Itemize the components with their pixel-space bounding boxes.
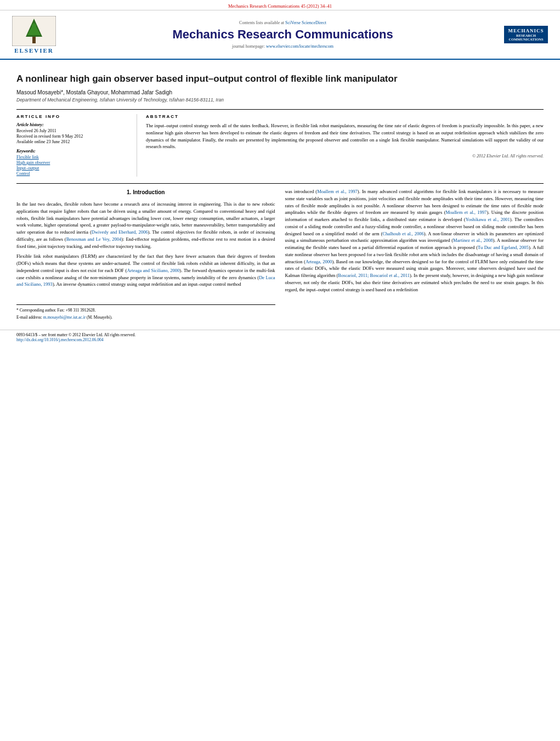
doi-text: http://dx.doi.org/10.1016/j.mechrescom.2… [16, 337, 544, 342]
abstract-col: ABSTRACT The input–output control strate… [146, 114, 544, 177]
keywords-section: Keywords: Flexible link High gain observ… [16, 149, 130, 176]
elsevier-logo: ELSEVIER [7, 16, 61, 54]
ref-moallem97[interactable]: Moallem et al., 1997 [317, 189, 358, 194]
article-authors: Masoud Mosayebi*, Mostafa Ghayour, Moham… [16, 89, 544, 95]
journal-title: Mechanics Research Communications [67, 27, 499, 42]
journal-homepage: journal homepage: www.elsevier.com/locat… [67, 44, 499, 49]
mechanics-badge: MECHANICS RESEARCH COMMUNICATIONS [504, 26, 548, 43]
article-meta-section: ARTICLE INFO Article history: Received 2… [16, 109, 544, 177]
abstract-text: The input–output control strategy needs … [146, 122, 544, 150]
svg-point-4 [32, 24, 36, 28]
keyword-4[interactable]: Control [16, 171, 130, 176]
keyword-2[interactable]: High gain observer [16, 160, 130, 165]
journal-header: ELSEVIER Contents lists available at Sci… [0, 10, 560, 60]
ref-martinez[interactable]: Martinez et al., 2008 [453, 237, 493, 243]
ref-benosman[interactable]: Benosman and Le Vey, 2004 [66, 236, 122, 242]
article-title: A nonlinear high gain observer based inp… [16, 73, 544, 85]
ref-tuduc[interactable]: Tu Duc and Egeland, 2005 [478, 245, 529, 250]
journal-center: Contents lists available at SciVerse Sci… [67, 20, 499, 49]
history-label: Article history: [16, 122, 130, 127]
body-columns: 1. Introduction In the last two decades,… [16, 188, 544, 322]
article-info-col: ARTICLE INFO Article history: Received 2… [16, 114, 137, 177]
intro-para-1: In the last two decades, flexible robots… [16, 201, 275, 250]
elsevier-tree-icon [12, 16, 56, 46]
email-footnote: E-mail address: m.mosayebi@me.iut.ac.ir … [16, 314, 275, 320]
intro-title: 1. Introduction [16, 188, 275, 196]
right-para-1: was introduced (Moallem et al., 1997). I… [285, 188, 544, 293]
body-col-left: 1. Introduction In the last two decades,… [16, 188, 275, 322]
homepage-link[interactable]: www.elsevier.com/locate/mechrescom [266, 44, 333, 49]
email-author: (M. Mosayebi). [87, 315, 112, 320]
badge-line2: RESEARCH [516, 33, 536, 37]
bottom-bar: 0093-6413/$ – see front matter © 2012 El… [0, 330, 560, 344]
intro-para-2: Flexible link robot manipulators (FLRM) … [16, 253, 275, 288]
ref-moallem97b[interactable]: Moallem et al., 1997 [446, 210, 487, 215]
received-date: Received 26 July 2011 [16, 128, 130, 133]
issn-text: 0093-6413/$ – see front matter © 2012 El… [16, 332, 544, 337]
doi-link[interactable]: http://dx.doi.org/10.1016/j.mechrescom.2… [16, 337, 103, 342]
homepage-label: journal homepage: [232, 44, 266, 49]
email-link[interactable]: m.mosayebi@me.iut.ac.ir [43, 315, 86, 320]
sciverse-link: Contents lists available at SciVerse Sci… [67, 20, 499, 25]
elsevier-text: ELSEVIER [14, 47, 54, 54]
keywords-label: Keywords: [16, 149, 130, 154]
received-revised-date: Received in revised form 9 May 2012 [16, 134, 130, 139]
email-label: E-mail address: [16, 315, 43, 320]
content-area: A nonlinear high gain observer based inp… [0, 60, 560, 327]
ref-chalhoub[interactable]: Chalhoub et al., 2006 [382, 231, 424, 236]
badge-line1: MECHANICS [505, 28, 547, 33]
article-affiliation: Department of Mechanical Engineering, Is… [16, 97, 544, 103]
keyword-3[interactable]: Input–output [16, 166, 130, 171]
svg-rect-1 [32, 37, 36, 43]
ref-deluca[interactable]: De Luca and Siciliano, 1993 [16, 275, 275, 287]
copyright-line: © 2012 Elsevier Ltd. All rights reserved… [146, 154, 544, 159]
article-info-heading: ARTICLE INFO [16, 114, 130, 119]
footnotes: * Corresponding author. Fax: +98 311 391… [16, 304, 275, 321]
journal-reference: Mechanics Research Communications 45 (20… [228, 3, 332, 9]
page: Mechanics Research Communications 45 (20… [0, 0, 560, 741]
sciverse-anchor[interactable]: SciVerse ScienceDirect [285, 20, 326, 25]
top-bar: Mechanics Research Communications 45 (20… [0, 0, 560, 10]
journal-logo-right: MECHANICS RESEARCH COMMUNICATIONS [504, 26, 553, 43]
ref-boscariol[interactable]: Boscariol, 2011; Boscariol et al., 2011 [338, 273, 410, 278]
ref-arteaga[interactable]: Arteaga and Siciliano, 2000 [127, 268, 179, 273]
available-date: Available online 23 June 2012 [16, 139, 130, 144]
corresponding-footnote: * Corresponding author. Fax: +98 311 391… [16, 307, 275, 313]
sciverse-text: Contents lists available at [239, 20, 285, 25]
ref-arteaga2000[interactable]: Arteaga, 2000 [306, 259, 332, 264]
ref-yoshikawa[interactable]: Yoshikawa et al., 2001 [466, 217, 510, 222]
ref-dwivedy[interactable]: Dwivedy and Eberhard, 2006 [92, 229, 148, 235]
keyword-1[interactable]: Flexible link [16, 155, 130, 160]
body-col-right: was introduced (Moallem et al., 1997). I… [285, 188, 544, 322]
main-body: 1. Introduction In the last two decades,… [16, 183, 544, 322]
badge-line3: COMMUNICATIONS [508, 37, 543, 41]
abstract-heading: ABSTRACT [146, 114, 544, 119]
